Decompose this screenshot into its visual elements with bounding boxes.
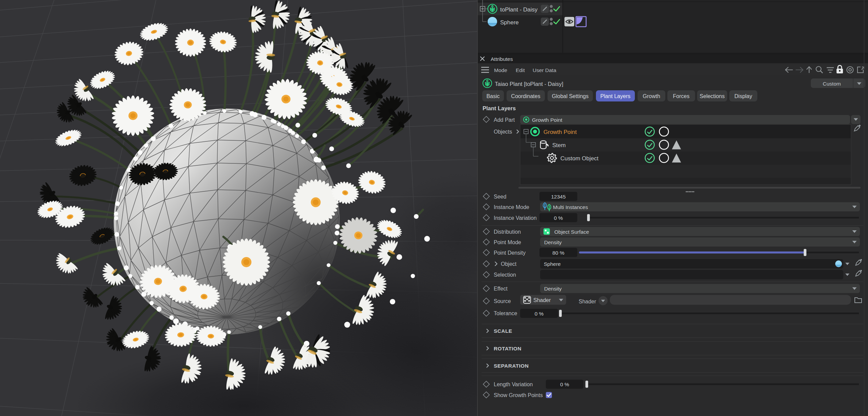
svg-text:Density: Density — [544, 286, 562, 292]
svg-text:Attributes: Attributes — [491, 56, 513, 62]
svg-text:Effect: Effect — [494, 286, 508, 292]
svg-text:Instance Variation: Instance Variation — [494, 215, 537, 221]
svg-text:Object Surface: Object Surface — [554, 229, 589, 235]
svg-text:Point Mode: Point Mode — [494, 239, 521, 245]
svg-text:ROTATION: ROTATION — [494, 346, 521, 351]
svg-text:Growth: Growth — [643, 93, 660, 99]
svg-text:80 %: 80 % — [552, 250, 564, 256]
svg-text:Growth Point: Growth Point — [543, 129, 577, 135]
svg-text:0 %: 0 % — [554, 215, 563, 221]
svg-text:Basic: Basic — [486, 93, 499, 99]
svg-text:Selection: Selection — [494, 272, 516, 278]
svg-text:0 %: 0 % — [535, 311, 544, 317]
svg-text:Shader: Shader — [579, 299, 596, 304]
svg-text:Global Settings: Global Settings — [552, 93, 589, 99]
svg-text:12345: 12345 — [551, 194, 565, 200]
svg-text:Plant Layers: Plant Layers — [600, 93, 630, 99]
svg-text:Display: Display — [734, 93, 752, 99]
svg-text:Density: Density — [544, 239, 562, 245]
svg-text:Taiao Plant [toPlant - Daisy]: Taiao Plant [toPlant - Daisy] — [495, 81, 563, 87]
svg-text:Length Variation: Length Variation — [494, 382, 533, 387]
svg-text:SEPARATION: SEPARATION — [494, 363, 529, 369]
svg-text:Seed: Seed — [494, 194, 506, 200]
svg-text:Object: Object — [501, 261, 517, 267]
svg-text:toPlant - Daisy: toPlant - Daisy — [500, 6, 538, 13]
svg-text:User Data: User Data — [533, 67, 556, 73]
svg-text:Add Part: Add Part — [494, 117, 515, 123]
svg-text:Shader: Shader — [533, 297, 551, 303]
svg-text:Objects: Objects — [494, 129, 512, 135]
svg-text:Forces: Forces — [673, 93, 690, 99]
svg-text:SCALE: SCALE — [494, 328, 512, 334]
svg-text:Multi Instances: Multi Instances — [553, 204, 588, 210]
svg-text:Stem: Stem — [552, 142, 566, 148]
svg-text:Distribution: Distribution — [494, 229, 521, 235]
svg-text:Coordinates: Coordinates — [511, 93, 540, 99]
svg-text:Plant Layers: Plant Layers — [483, 105, 516, 111]
svg-text:Point Density: Point Density — [494, 250, 526, 256]
svg-text:Sphere: Sphere — [544, 261, 561, 267]
svg-text:Show Growth Points: Show Growth Points — [494, 392, 543, 398]
svg-text:Instance Mode: Instance Mode — [494, 204, 529, 210]
svg-text:Custom: Custom — [823, 81, 841, 87]
svg-text:0 %: 0 % — [560, 382, 569, 387]
svg-text:Sphere: Sphere — [500, 19, 519, 26]
svg-text:Custom Object: Custom Object — [560, 155, 599, 162]
svg-text:Selections: Selections — [700, 93, 725, 99]
svg-text:Growth Point: Growth Point — [532, 117, 562, 123]
svg-text:Mode: Mode — [494, 67, 507, 73]
svg-text:Source: Source — [494, 298, 511, 304]
svg-text:Edit: Edit — [516, 67, 525, 73]
svg-text:Tolerance: Tolerance — [494, 310, 517, 316]
